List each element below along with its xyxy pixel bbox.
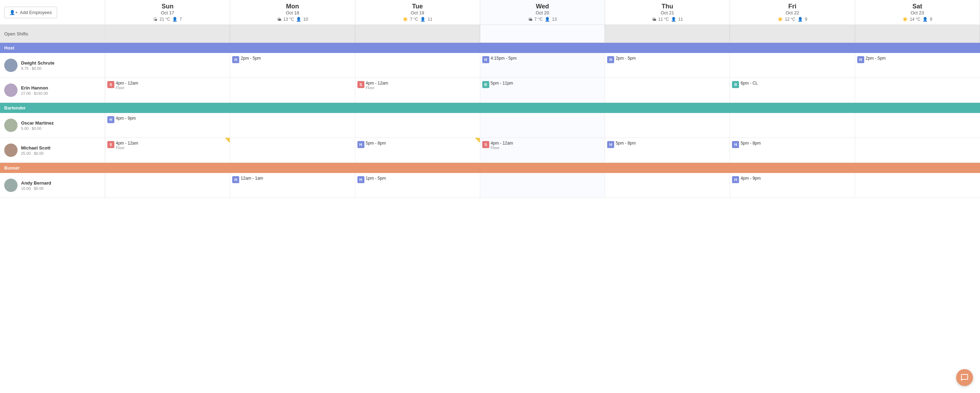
people-icon-wed: 👤	[545, 17, 550, 22]
shift-block[interactable]: H 4pm - 9pm	[107, 115, 228, 124]
dwight-thu[interactable]: H 2pm - 5pm	[605, 53, 730, 78]
day-name-fri: Fri	[733, 3, 851, 10]
andy-mon[interactable]: H 12am - 1am	[230, 173, 355, 197]
oscar-wed[interactable]	[480, 113, 605, 138]
andy-fri[interactable]: H 4pm - 9pm	[730, 173, 855, 197]
michael-fri[interactable]: H 5pm - 8pm	[730, 138, 855, 162]
shift-block[interactable]: H 2pm - 5pm	[856, 54, 978, 65]
shift-block[interactable]: H 5pm - 8pm	[731, 139, 853, 150]
shift-block[interactable]: B 6pm - CL	[731, 79, 853, 89]
open-shifts-thu[interactable]	[605, 25, 730, 43]
shift-info: 1pm - 5pm	[366, 176, 386, 181]
shift-time: 12am - 1am	[240, 176, 263, 181]
avatar-andy	[4, 178, 18, 192]
oscar-sun[interactable]: H 4pm - 9pm	[105, 113, 230, 138]
day-name-tue: Tue	[359, 3, 476, 10]
michael-wed[interactable]: S 4pm - 12am Floor	[480, 138, 605, 162]
shift-block[interactable]: H 1pm - 5pm	[357, 174, 479, 185]
michael-tue[interactable]: H 5pm - 8pm	[355, 138, 480, 162]
dwight-wed[interactable]: H 4:15pm - 5pm	[480, 53, 605, 78]
shift-time: 5pm - 8pm	[616, 141, 636, 146]
svg-point-0	[8, 60, 14, 67]
day-weather-sat: ☀️ 14 °C 👤 9	[859, 17, 976, 22]
oscar-mon[interactable]	[230, 113, 355, 138]
employee-cell-michael: Michael Scott 25.00 · $0.00	[0, 138, 105, 162]
shift-badge-h: H	[732, 176, 739, 183]
shift-block[interactable]: H 5pm - 8pm	[357, 139, 479, 150]
dwight-mon[interactable]: H 2pm - 5pm	[230, 53, 355, 78]
header-fri: Fri Oct 22 ☀️ 12 °C 👤 9	[730, 0, 855, 25]
shift-time: 5pm - 8pm	[740, 141, 760, 146]
shift-block[interactable]: B 5pm - 11pm	[482, 79, 603, 89]
shift-block[interactable]: H 4pm - 9pm	[731, 174, 853, 185]
open-shifts-mon[interactable]	[230, 25, 355, 43]
erin-sun[interactable]: S 4pm - 12am Floor	[105, 78, 230, 102]
andy-sun[interactable]	[105, 173, 230, 197]
bartender-section-header: Bartender	[0, 103, 980, 113]
employee-meta-michael: 25.00 · $0.00	[21, 151, 51, 156]
open-shifts-wed[interactable]	[480, 25, 605, 43]
dwight-sun[interactable]	[105, 53, 230, 78]
svg-point-2	[8, 85, 14, 92]
shift-info: 4pm - 12am Floor	[116, 81, 138, 90]
shift-block[interactable]: S 4pm - 12am Floor	[357, 79, 479, 91]
shift-badge-s: S	[482, 141, 489, 148]
shift-time: 2pm - 5pm	[865, 56, 886, 61]
michael-sat[interactable]	[855, 138, 980, 162]
shift-block[interactable]: S 4pm - 12am Floor	[107, 79, 228, 91]
header-sat: Sat Oct 23 ☀️ 14 °C 👤 9	[855, 0, 980, 25]
shift-info: 4pm - 9pm	[740, 176, 760, 181]
open-shifts-tue[interactable]	[355, 25, 480, 43]
shift-info: 5pm - 11pm	[491, 81, 513, 86]
open-shifts-fri[interactable]	[730, 25, 855, 43]
open-shifts-row: Open Shifts	[0, 25, 980, 43]
shift-block[interactable]: H 2pm - 5pm	[606, 54, 728, 65]
michael-mon[interactable]	[230, 138, 355, 162]
dwight-tue[interactable]	[355, 53, 480, 78]
day-weather-fri: ☀️ 12 °C 👤 9	[733, 17, 851, 22]
temp-wed: 7 °C	[535, 17, 542, 22]
open-shifts-sun[interactable]	[105, 25, 230, 43]
erin-wed[interactable]: B 5pm - 11pm	[480, 78, 605, 102]
oscar-sat[interactable]	[855, 113, 980, 138]
shift-block[interactable]: H 4:15pm - 5pm	[482, 54, 603, 65]
dwight-fri[interactable]	[730, 53, 855, 78]
shift-block[interactable]: H 2pm - 5pm	[232, 54, 353, 65]
dwight-sat[interactable]: H 2pm - 5pm	[855, 53, 980, 78]
erin-fri[interactable]: B 6pm - CL	[730, 78, 855, 102]
erin-tue[interactable]: S 4pm - 12am Floor	[355, 78, 480, 102]
add-employees-button[interactable]: 👤+ Add Employees	[4, 7, 57, 18]
shift-block[interactable]: H 12am - 1am	[232, 174, 353, 185]
header-sun: Sun Oct 17 🌤 21 °C 👤 7	[105, 0, 230, 25]
shift-badge-h: H	[232, 176, 239, 183]
erin-sat[interactable]	[855, 78, 980, 102]
shift-info: 4:15pm - 5pm	[491, 56, 517, 61]
employee-row-dwight: Dwight Schrute 9.75 · $0.00 H 2pm - 5pm …	[0, 53, 980, 78]
erin-thu[interactable]	[605, 78, 730, 102]
open-shifts-sat[interactable]	[855, 25, 980, 43]
oscar-fri[interactable]	[730, 113, 855, 138]
shift-block[interactable]: S 4pm - 12am Floor	[482, 139, 603, 151]
oscar-tue[interactable]	[355, 113, 480, 138]
svg-point-3	[6, 92, 16, 97]
andy-tue[interactable]: H 1pm - 5pm	[355, 173, 480, 197]
host-section-header: Host	[0, 43, 980, 53]
michael-thu[interactable]: H 5pm - 8pm	[605, 138, 730, 162]
shift-badge-s: S	[107, 81, 115, 88]
michael-sun[interactable]: S 4pm - 12am Floor	[105, 138, 230, 162]
shift-time: 5pm - 8pm	[366, 141, 386, 146]
temp-sun: 21 °C	[159, 17, 170, 22]
temp-sat: 14 °C	[910, 17, 920, 22]
andy-thu[interactable]	[605, 173, 730, 197]
shift-block[interactable]: H 5pm - 8pm	[606, 139, 728, 150]
people-icon-thu: 👤	[671, 17, 676, 22]
day-date-fri: Oct 22	[733, 10, 851, 16]
people-icon-sat: 👤	[923, 17, 928, 22]
employee-name-oscar: Oscar Martinez	[21, 120, 54, 126]
oscar-thu[interactable]	[605, 113, 730, 138]
day-date-wed: Oct 20	[484, 10, 601, 16]
shift-block[interactable]: S 4pm - 12am Floor	[107, 139, 228, 151]
andy-sat[interactable]	[855, 173, 980, 197]
erin-mon[interactable]	[230, 78, 355, 102]
andy-wed[interactable]	[480, 173, 605, 197]
